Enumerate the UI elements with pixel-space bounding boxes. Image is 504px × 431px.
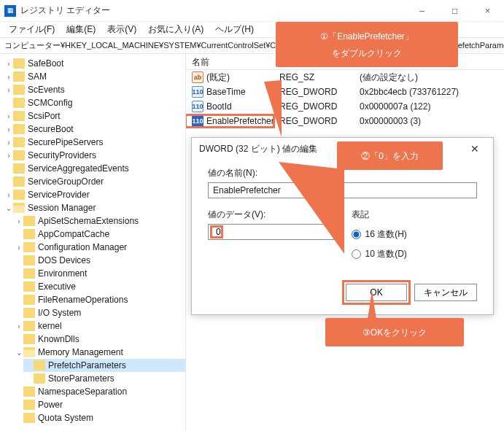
tree-item[interactable]: DOS Devices [13, 254, 185, 267]
value-name: (既定) [206, 71, 230, 84]
folder-icon [23, 308, 35, 318]
radix-dec[interactable]: 10 進数(D) [352, 248, 478, 260]
radix-hex[interactable]: 16 進数(H) [352, 228, 478, 241]
tree-item-label: SecurityProviders [28, 150, 96, 160]
tree-item[interactable]: FileRenameOperations [13, 293, 185, 306]
list-row[interactable]: 110BaseTimeREG_DWORD0x2bbc4ecb (73376122… [186, 85, 504, 99]
tree-item[interactable]: ServiceGroupOrder [3, 175, 185, 188]
chevron-down-icon[interactable]: ⌄ [4, 204, 13, 212]
folder-icon [13, 176, 25, 187]
value-name: BaseTime [206, 87, 246, 97]
tree-item-label: SAM [28, 71, 47, 82]
folder-icon [34, 373, 45, 384]
folder-icon [23, 334, 35, 344]
maximize-button[interactable]: □ [438, 0, 471, 22]
tree-item[interactable]: ServiceAggregatedEvents [3, 162, 185, 175]
tree-item[interactable]: ›SecurityProviders [3, 149, 185, 162]
tree-item-label: I/O System [38, 308, 81, 318]
tree-item[interactable]: ›SecurePipeServers [3, 136, 185, 149]
tree-item[interactable]: ⌄Memory Management [13, 346, 185, 359]
tree-item[interactable]: KnownDlls [13, 333, 185, 346]
chevron-right-icon[interactable]: › [4, 112, 13, 120]
callout-arrow-icon [368, 290, 376, 319]
chevron-right-icon[interactable]: › [4, 60, 13, 68]
menu-edit[interactable]: 編集(E) [61, 22, 101, 37]
tree-item[interactable]: SCMConfig [3, 96, 185, 109]
callout-arrow-icon [264, 74, 282, 137]
cell-name: 110BaseTime [186, 86, 274, 98]
tree-item-label: Session Manager [28, 203, 96, 213]
chevron-right-icon[interactable]: › [4, 139, 13, 147]
tree-item-label: KnownDlls [38, 334, 80, 344]
tree-item[interactable]: I/O System [13, 306, 185, 319]
folder-icon [13, 111, 25, 121]
dword-value-icon: 110 [192, 115, 203, 127]
radix-group: 16 進数(H) 10 進数(D) [352, 224, 478, 260]
tree-item-label: kernel [38, 321, 62, 331]
folder-icon [34, 360, 45, 370]
tree-item[interactable]: ›ApiSetSchemaExtensions [13, 214, 185, 228]
tree-item[interactable]: ⌄Session Manager [3, 201, 185, 214]
tree-item[interactable]: Quota System [13, 411, 185, 424]
tree-item[interactable]: ›SafeBoot [3, 57, 185, 70]
folder-icon [13, 85, 25, 95]
chevron-right-icon[interactable]: › [4, 86, 13, 94]
menu-help[interactable]: ヘルプ(H) [209, 22, 260, 37]
col-name[interactable]: 名前 [186, 54, 274, 69]
tree-pane[interactable]: ›SafeBoot›SAM›ScEventsSCMConfig›ScsiPort… [0, 54, 186, 431]
chevron-right-icon[interactable]: › [15, 244, 23, 252]
close-button[interactable]: × [471, 0, 504, 22]
tree-item-label: FileRenameOperations [38, 295, 128, 305]
tree-item[interactable]: ›Configuration Manager [13, 241, 185, 254]
tree-item-label: Memory Management [38, 347, 123, 357]
tree-item[interactable]: ›SecureBoot [3, 123, 185, 136]
menu-view[interactable]: 表示(V) [101, 22, 142, 37]
radix-hex-radio[interactable] [352, 230, 361, 239]
tree-item-label: StoreParameters [48, 373, 115, 384]
tree-item-label: SecureBoot [28, 124, 74, 134]
tree-item[interactable]: NamespaceSeparation [13, 385, 185, 398]
tree-item[interactable]: ›ScsiPort [3, 109, 185, 123]
folder-icon [13, 71, 25, 82]
chevron-right-icon[interactable]: › [4, 191, 13, 199]
folder-icon [23, 387, 35, 397]
tree-item-label: Executive [38, 281, 76, 292]
cancel-button[interactable]: キャンセル [414, 284, 477, 301]
tree-item[interactable]: ›SAM [3, 70, 185, 83]
radix-dec-radio[interactable] [352, 249, 361, 259]
menu-fav[interactable]: お気に入り(A) [142, 22, 209, 37]
chevron-right-icon[interactable]: › [4, 152, 13, 160]
list-row[interactable]: 110BootIdREG_DWORD0x0000007a (122) [186, 99, 504, 114]
cell-name: 110BootId [186, 101, 274, 112]
tree-item[interactable]: StoreParameters [23, 372, 185, 385]
tree-item[interactable]: Environment [13, 267, 185, 280]
folder-icon [13, 58, 25, 69]
tree-item-label: Quota System [38, 413, 93, 423]
minimize-button[interactable]: – [406, 0, 438, 22]
chevron-right-icon[interactable]: › [4, 125, 13, 133]
cell-type: REG_SZ [274, 72, 354, 82]
tree-item-label: PrefetchParameters [48, 360, 126, 370]
chevron-right-icon[interactable]: › [15, 322, 23, 330]
tree-item[interactable]: ›ServiceProvider [3, 188, 185, 201]
tree-item-label: Power [38, 400, 63, 410]
menu-file[interactable]: ファイル(F) [3, 22, 61, 37]
tree-item[interactable]: Power [13, 398, 185, 411]
tree-item[interactable]: PrefetchParameters [23, 359, 185, 372]
value-name: BootId [206, 101, 232, 112]
folder-icon [23, 255, 35, 265]
dialog-close-button[interactable]: ✕ [464, 143, 486, 155]
chevron-right-icon[interactable]: › [15, 217, 23, 225]
tree-item[interactable]: Executive [13, 280, 185, 293]
list-row[interactable]: ab(既定)REG_SZ(値の設定なし) [186, 70, 504, 85]
folder-icon [13, 163, 25, 174]
list-row[interactable]: 110EnablePrefetcherREG_DWORD0x00000003 (… [186, 114, 504, 128]
ok-button[interactable]: OK [346, 284, 407, 301]
folder-icon [13, 203, 25, 213]
tree-item[interactable]: AppCompatCache [13, 228, 185, 241]
tree-item-label: Environment [38, 268, 87, 279]
tree-item[interactable]: ›kernel [13, 319, 185, 333]
chevron-right-icon[interactable]: › [4, 73, 13, 81]
chevron-down-icon[interactable]: ⌄ [15, 349, 23, 357]
tree-item[interactable]: ›ScEvents [3, 83, 185, 96]
